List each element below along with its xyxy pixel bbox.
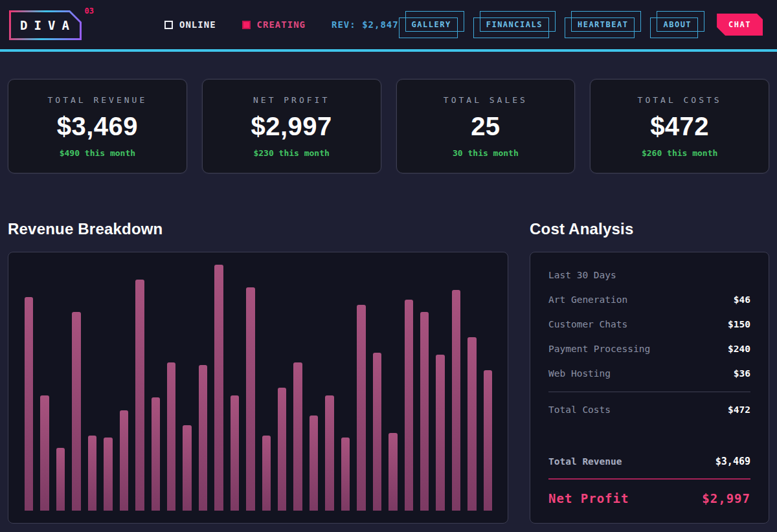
stat-subtext: $230 this month bbox=[253, 148, 329, 158]
chart-bar bbox=[135, 280, 144, 511]
chart-bar bbox=[56, 448, 65, 511]
nav-button-financials[interactable]: FINANCIALS bbox=[477, 14, 552, 35]
cost-row-value: $46 bbox=[734, 293, 750, 306]
main-nav: GALLERY FINANCIALS HEARTBEAT ABOUT CHAT bbox=[402, 14, 768, 36]
creating-checkbox-icon bbox=[242, 21, 251, 29]
revenue-chart-bars bbox=[25, 260, 492, 511]
logo: DIVA 03 bbox=[9, 10, 82, 40]
chart-bar bbox=[88, 436, 96, 511]
stat-value: $2,997 bbox=[251, 112, 332, 141]
cost-row-value: $36 bbox=[734, 367, 750, 380]
stat-card-net-profit: NET PROFIT $2,997 $230 this month bbox=[202, 79, 381, 173]
chart-bar bbox=[357, 305, 365, 511]
chart-bar bbox=[104, 438, 112, 511]
cost-row-value: $240 bbox=[728, 342, 750, 355]
chart-bar bbox=[452, 290, 460, 511]
nav-button-heartbeat[interactable]: HEARTBEAT bbox=[568, 14, 638, 35]
online-status-toggle[interactable]: ONLINE bbox=[164, 19, 216, 30]
cost-row-label: Payment Processing bbox=[548, 342, 650, 355]
net-profit-divider bbox=[548, 478, 750, 480]
total-costs-row: Total Costs $472 bbox=[548, 403, 750, 416]
stat-label: TOTAL SALES bbox=[444, 95, 528, 105]
cost-section-title: Cost Analysis bbox=[530, 220, 769, 238]
net-profit-label: Net Profit bbox=[548, 492, 629, 505]
chart-bar bbox=[214, 265, 223, 511]
cost-row-value: $150 bbox=[728, 318, 750, 331]
chart-bar bbox=[40, 395, 49, 511]
chart-bar bbox=[325, 395, 333, 511]
nav-button-gallery[interactable]: GALLERY bbox=[402, 14, 461, 35]
chart-bar bbox=[388, 433, 397, 511]
logo-text: DIVA bbox=[11, 12, 80, 38]
chart-bar bbox=[420, 312, 429, 511]
chart-bar bbox=[25, 297, 33, 511]
stat-label: TOTAL REVENUE bbox=[48, 95, 148, 105]
chart-bar bbox=[405, 300, 413, 511]
revenue-chart-panel bbox=[8, 252, 508, 524]
cost-divider bbox=[548, 392, 750, 392]
creating-status-toggle[interactable]: CREATING bbox=[242, 19, 306, 30]
dashboard-main: TOTAL REVENUE $3,469 $490 this month NET… bbox=[0, 52, 777, 524]
chart-bar bbox=[231, 395, 239, 511]
chart-bar bbox=[373, 353, 381, 511]
chart-bar bbox=[120, 410, 128, 511]
stat-subtext: $490 this month bbox=[60, 148, 135, 158]
net-profit-value: $2,997 bbox=[702, 492, 750, 505]
online-checkbox-icon bbox=[164, 21, 173, 29]
cost-row-payment-processing: Payment Processing $240 bbox=[548, 342, 750, 355]
nav-button-about[interactable]: ABOUT bbox=[653, 14, 701, 35]
chart-bar bbox=[262, 436, 271, 511]
chart-bar bbox=[467, 337, 476, 511]
total-revenue-value: $3,469 bbox=[715, 455, 750, 468]
stat-label: TOTAL COSTS bbox=[638, 95, 722, 105]
cost-row-web-hosting: Web Hosting $36 bbox=[548, 367, 750, 380]
stat-value: 25 bbox=[471, 112, 501, 141]
cost-row-label: Customer Chats bbox=[548, 318, 627, 331]
chart-bar bbox=[72, 312, 80, 511]
stat-card-total-costs: TOTAL COSTS $472 $260 this month bbox=[590, 79, 769, 173]
chart-bar bbox=[341, 438, 350, 511]
chart-bar bbox=[152, 397, 160, 511]
total-revenue-row: Total Revenue $3,469 bbox=[548, 455, 750, 468]
chart-bar bbox=[246, 287, 254, 511]
header: DIVA 03 ONLINE CREATING REV: $2,847 GALL… bbox=[0, 0, 777, 52]
stat-card-total-sales: TOTAL SALES 25 30 this month bbox=[396, 79, 576, 173]
logo-version-badge: 03 bbox=[85, 6, 94, 16]
nav-button-chat[interactable]: CHAT bbox=[717, 14, 763, 36]
cost-period-row: Last 30 Days bbox=[548, 269, 750, 282]
cost-column: Cost Analysis Last 30 Days Art Generatio… bbox=[530, 220, 769, 524]
stat-subtext: 30 this month bbox=[453, 148, 519, 158]
cost-row-label: Web Hosting bbox=[548, 367, 611, 380]
chart-bar bbox=[484, 370, 492, 511]
stat-label: NET PROFIT bbox=[253, 95, 330, 105]
online-label: ONLINE bbox=[179, 19, 216, 30]
cost-row-customer-chats: Customer Chats $150 bbox=[548, 318, 750, 331]
chart-bar bbox=[183, 425, 191, 511]
stats-row: TOTAL REVENUE $3,469 $490 this month NET… bbox=[0, 52, 777, 173]
chart-bar bbox=[310, 416, 318, 511]
net-profit-row: Net Profit $2,997 bbox=[548, 492, 750, 505]
cost-period-label: Last 30 Days bbox=[548, 269, 616, 282]
creating-label: CREATING bbox=[257, 19, 306, 30]
stat-subtext: $260 this month bbox=[642, 148, 717, 158]
revenue-column: Revenue Breakdown bbox=[8, 220, 508, 524]
chart-bar bbox=[199, 365, 207, 511]
stat-card-total-revenue: TOTAL REVENUE $3,469 $490 this month bbox=[8, 79, 187, 173]
total-costs-value: $472 bbox=[728, 403, 750, 416]
cost-row-art-generation: Art Generation $46 bbox=[548, 293, 750, 306]
chart-bar bbox=[436, 355, 444, 511]
status-group: ONLINE CREATING REV: $2,847 bbox=[164, 19, 399, 30]
stat-value: $472 bbox=[650, 112, 709, 141]
content-columns: Revenue Breakdown Cost Analysis Last 30 … bbox=[0, 220, 777, 524]
revenue-section-title: Revenue Breakdown bbox=[8, 220, 508, 238]
cost-row-label: Art Generation bbox=[548, 293, 627, 306]
stat-value: $3,469 bbox=[57, 112, 138, 141]
chart-bar bbox=[278, 388, 286, 511]
revenue-ticker: REV: $2,847 bbox=[332, 19, 399, 30]
logo-frame: DIVA bbox=[9, 10, 82, 40]
chart-bar bbox=[293, 362, 302, 511]
total-costs-label: Total Costs bbox=[548, 403, 611, 416]
cost-analysis-panel: Last 30 Days Art Generation $46 Customer… bbox=[530, 252, 769, 524]
chart-bar bbox=[167, 362, 175, 511]
total-revenue-label: Total Revenue bbox=[548, 455, 622, 468]
